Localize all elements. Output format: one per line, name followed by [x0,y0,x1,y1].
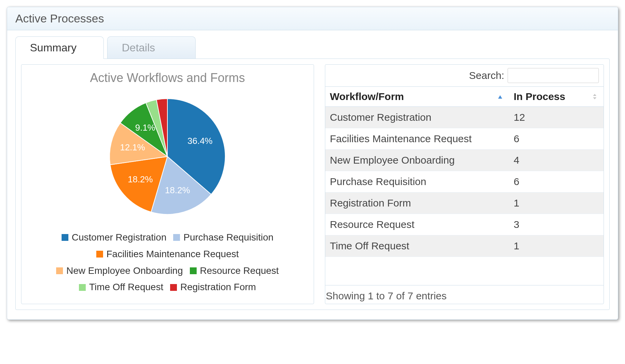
table-row[interactable]: Facilities Maintenance Request6 [325,128,604,150]
table-row[interactable]: Time Off Request1 [325,235,604,257]
search-input[interactable] [508,68,599,83]
tab-content-summary: Active Workflows and Forms 36.4%18.2%18.… [15,59,610,310]
cell-in-process: 6 [509,128,604,150]
legend-item[interactable]: New Employee Onboarding [56,263,183,279]
legend-item[interactable]: Customer Registration [62,230,167,245]
legend-swatch-icon [96,251,103,258]
cell-workflow-name: Purchase Requisition [325,171,509,193]
chart-legend: Customer RegistrationPurchase Requisitio… [28,229,307,296]
search-label: Search: [469,70,504,81]
legend-label: Purchase Requisition [183,230,274,245]
legend-label: Time Off Request [89,280,163,295]
cell-in-process: 3 [509,214,604,235]
cell-in-process: 12 [509,107,604,128]
column-header-label: In Process [514,91,565,102]
legend-item[interactable]: Resource Request [190,263,279,279]
sort-both-icon [592,91,597,102]
sort-asc-icon [497,91,503,102]
cell-in-process: 1 [509,193,604,214]
table-row[interactable]: Customer Registration12 [325,107,604,128]
table-footer: Showing 1 to 7 of 7 entries [325,285,604,304]
table-row[interactable]: Registration Form1 [325,193,604,214]
data-table: Workflow/Form In Process [325,87,604,257]
legend-label: Customer Registration [72,230,167,245]
cell-in-process: 4 [509,150,604,171]
svg-marker-1 [593,94,596,96]
legend-label: Registration Form [180,280,256,295]
cell-workflow-name: Time Off Request [325,235,509,257]
column-header-label: Workflow/Form [330,91,404,102]
cell-workflow-name: New Employee Onboarding [325,150,509,171]
cell-in-process: 6 [509,171,604,193]
chart-title: Active Workflows and Forms [28,71,307,85]
column-header-workflow[interactable]: Workflow/Form [325,87,509,107]
legend-label: Resource Request [200,263,279,279]
table-card: Search: Workflow/Form [325,64,604,304]
legend-swatch-icon [173,234,180,241]
svg-marker-2 [593,97,596,99]
pie-chart: 36.4%18.2%18.2%12.1%9.1% [96,92,239,221]
table-row[interactable]: Purchase Requisition6 [325,171,604,193]
tab-details[interactable]: Details [107,36,196,59]
column-header-inprocess[interactable]: In Process [509,87,604,107]
tabs-bar: Summary Details [15,36,610,59]
pie-slice-label: 18.2% [165,185,190,195]
table-row[interactable]: New Employee Onboarding4 [325,150,604,171]
legend-swatch-icon [170,284,177,291]
tab-summary[interactable]: Summary [15,36,104,59]
pie-slice-label: 9.1% [135,122,155,133]
legend-swatch-icon [79,284,86,291]
cell-workflow-name: Registration Form [325,193,509,214]
panel-title: Active Processes [7,7,618,30]
cell-in-process: 1 [509,235,604,257]
pie-slice-label: 12.1% [120,142,145,152]
cell-workflow-name: Facilities Maintenance Request [325,128,509,150]
pie-slice-label: 18.2% [128,174,153,184]
cell-workflow-name: Customer Registration [325,107,509,128]
svg-marker-0 [498,95,502,99]
legend-swatch-icon [62,234,68,241]
legend-label: New Employee Onboarding [66,263,183,279]
cell-workflow-name: Resource Request [325,214,509,235]
panel-body: Summary Details Active Workflows and For… [7,30,618,319]
pie-slice-label: 36.4% [187,136,213,146]
search-bar: Search: [325,65,604,87]
chart-card: Active Workflows and Forms 36.4%18.2%18.… [21,64,314,304]
legend-item[interactable]: Time Off Request [79,280,163,295]
table-row[interactable]: Resource Request3 [325,214,604,235]
legend-item[interactable]: Registration Form [170,280,256,295]
legend-label: Facilities Maintenance Request [106,247,239,262]
active-processes-panel: Active Processes Summary Details Active … [7,7,618,320]
legend-swatch-icon [190,267,197,274]
legend-item[interactable]: Purchase Requisition [173,230,274,245]
legend-swatch-icon [56,267,63,274]
legend-item[interactable]: Facilities Maintenance Request [96,247,239,262]
